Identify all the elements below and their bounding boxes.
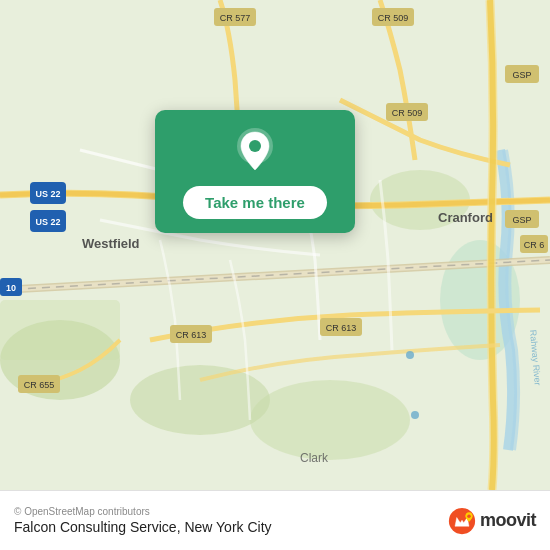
popup-card: Take me there (155, 110, 355, 233)
svg-point-42 (249, 140, 261, 152)
svg-point-5 (250, 380, 410, 460)
svg-text:GSP: GSP (512, 70, 531, 80)
moovit-brand-icon (448, 507, 476, 535)
location-label: Falcon Consulting Service, New York City (14, 519, 272, 535)
svg-text:CR 577: CR 577 (220, 13, 251, 23)
svg-text:US 22: US 22 (35, 189, 60, 199)
moovit-brand-text: moovit (480, 510, 536, 531)
svg-rect-4 (0, 300, 120, 360)
svg-point-37 (411, 411, 419, 419)
svg-point-36 (406, 351, 414, 359)
svg-text:CR 509: CR 509 (392, 108, 423, 118)
svg-text:Westfield: Westfield (82, 236, 140, 251)
svg-text:US 22: US 22 (35, 217, 60, 227)
map-svg: US 22 US 22 CR 577 CR 509 CR 509 GSP GSP… (0, 0, 550, 490)
svg-text:CR 6: CR 6 (524, 240, 545, 250)
svg-text:10: 10 (6, 283, 16, 293)
svg-text:CR 613: CR 613 (326, 323, 357, 333)
svg-text:Clark: Clark (300, 451, 329, 465)
moovit-logo: moovit (448, 507, 536, 535)
location-pin-icon (231, 128, 279, 176)
footer-left: © OpenStreetMap contributors Falcon Cons… (14, 506, 272, 535)
svg-text:GSP: GSP (512, 215, 531, 225)
svg-text:CR 613: CR 613 (176, 330, 207, 340)
svg-point-45 (467, 514, 471, 518)
svg-text:Cranford: Cranford (438, 210, 493, 225)
map-container: US 22 US 22 CR 577 CR 509 CR 509 GSP GSP… (0, 0, 550, 490)
svg-text:CR 509: CR 509 (378, 13, 409, 23)
take-me-there-button[interactable]: Take me there (183, 186, 327, 219)
svg-text:CR 655: CR 655 (24, 380, 55, 390)
copyright-text: © OpenStreetMap contributors (14, 506, 272, 517)
footer-bar: © OpenStreetMap contributors Falcon Cons… (0, 490, 550, 550)
